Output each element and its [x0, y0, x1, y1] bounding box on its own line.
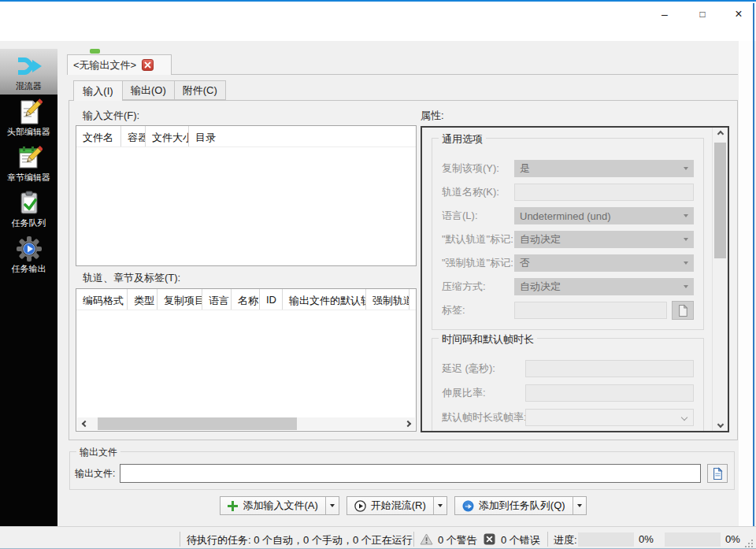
chevron-right-icon [404, 421, 410, 427]
scroll-down-button[interactable] [713, 417, 728, 429]
column-header-directory[interactable]: 目录 [189, 126, 417, 147]
progress-bar-current [578, 532, 634, 547]
header-editor-icon [16, 98, 43, 125]
track-name-field[interactable] [514, 184, 694, 201]
close-button[interactable]: × [726, 5, 751, 24]
column-header-default-track[interactable]: 输出文件的默认轨道 [283, 289, 366, 310]
select-value: 自动决定 [520, 232, 561, 247]
column-header-language[interactable]: 语言 [202, 289, 232, 310]
column-header-name[interactable]: 名称 [232, 289, 260, 310]
resize-grip[interactable] [743, 538, 754, 548]
property-row: 语言(L): Undetermined (und) [442, 206, 694, 225]
output-file-browse-button[interactable] [707, 464, 728, 483]
progress-label: 进度: [554, 533, 577, 547]
output-file-row: 输出文件: [75, 464, 728, 483]
minimize-button[interactable]: – [652, 5, 677, 24]
input-files-label: 输入文件(F): [83, 109, 139, 123]
select-value: 是 [520, 161, 530, 176]
chevron-down-icon [681, 414, 687, 421]
add-to-job-queue-button[interactable]: 添加到任务队列(Q) [454, 496, 587, 515]
properties-vertical-scrollbar[interactable] [712, 128, 728, 431]
error-icon [484, 533, 495, 545]
sidebar-item-job-queue[interactable]: 任务队列 [0, 186, 57, 232]
sidebar-item-label: 混流器 [0, 80, 57, 92]
delay-field[interactable] [525, 360, 694, 377]
sidebar-item-header-editor[interactable]: 头部编辑器 [0, 95, 57, 140]
compression-select[interactable]: 自动决定 [514, 278, 694, 295]
tab-output[interactable]: 输出(O) [123, 80, 175, 100]
dropdown-arrow-icon [684, 262, 688, 265]
default-duration-combobox[interactable] [525, 409, 694, 426]
add-source-files-button[interactable]: 添加输入文件(A) [220, 496, 339, 515]
default-track-flag-select[interactable]: 自动决定 [514, 231, 694, 248]
column-header-id[interactable]: ID [260, 289, 283, 310]
tab-input[interactable]: 输入(I) [73, 80, 123, 101]
plus-icon [228, 501, 238, 511]
column-header-filesize[interactable]: 文件大小 [146, 126, 189, 147]
file-page-icon [677, 304, 688, 317]
tab-overflow-indicator [90, 49, 100, 54]
field-label: "默认轨道"标记: [442, 232, 514, 247]
tracks-horizontal-scrollbar[interactable] [77, 417, 415, 430]
sidebar-item-job-output[interactable]: 任务输出 [0, 232, 57, 277]
stretch-ratio-field[interactable] [525, 384, 694, 402]
document-tab-no-output-file[interactable]: <无输出文件> [67, 54, 172, 75]
tracks-table[interactable]: 编码格式 类型 复制项目 语言 名称 ID 输出文件的默认轨道 强制轨道 字 [76, 288, 417, 432]
copy-item-select[interactable]: 是 [514, 160, 694, 177]
pending-jobs-status: 待执行的任务: 0 个自动，0 个手动，0 个正在运行 [187, 533, 413, 547]
property-row: 复制该项(Y): 是 [442, 159, 694, 178]
tab-attachments[interactable]: 附件(C) [175, 80, 226, 100]
start-multiplexing-button[interactable]: 开始混流(R) [346, 496, 447, 515]
scrollbar-track[interactable] [90, 417, 402, 430]
sidebar-item-label: 章节编辑器 [0, 172, 57, 184]
start-multiplexing-dropdown[interactable] [433, 497, 447, 514]
title-bar: – □ × [0, 2, 756, 25]
dropdown-arrow-icon [684, 238, 688, 241]
column-header-copy-item[interactable]: 复制项目 [158, 289, 202, 310]
tab-close-button[interactable] [142, 59, 154, 71]
select-value: 否 [520, 256, 530, 270]
forced-track-flag-select[interactable]: 否 [514, 254, 694, 272]
output-file-group: 输出文件 输出文件: [69, 451, 735, 490]
output-file-input[interactable] [120, 464, 701, 483]
group-title: 输出文件 [76, 446, 120, 459]
scroll-right-button[interactable] [402, 417, 415, 430]
add-source-files-dropdown[interactable] [325, 497, 339, 514]
tags-field[interactable] [514, 302, 667, 319]
column-header-codec[interactable]: 编码格式 [76, 289, 128, 310]
status-bar: 待执行的任务: 0 个自动，0 个手动，0 个正在运行 0 个警告 0 个错误 … [0, 526, 756, 549]
sidebar-item-multiplexer[interactable]: 混流器 [0, 49, 57, 95]
add-to-job-queue-dropdown[interactable] [573, 497, 586, 514]
scroll-up-button[interactable] [713, 129, 728, 142]
scrollbar-thumb[interactable] [714, 143, 726, 258]
column-header-clipped[interactable]: 字 [410, 289, 417, 310]
tags-browse-button[interactable] [672, 301, 694, 320]
errors-count: 0 个错误 [501, 533, 540, 547]
column-header-forced-track[interactable]: 强制轨道 [366, 289, 410, 310]
input-files-table[interactable]: 文件名 容器 文件大小 目录 [76, 125, 417, 266]
merge-icon [16, 53, 43, 80]
maximize-button[interactable]: □ [690, 5, 715, 24]
select-value: Undetermined (und) [520, 210, 611, 222]
column-header-type[interactable]: 类型 [128, 289, 158, 310]
column-header-filename[interactable]: 文件名 [76, 126, 121, 147]
progress-percent-total: 0% [725, 533, 740, 545]
property-row: "强制轨道"标记: 否 [442, 254, 694, 273]
language-select[interactable]: Undetermined (und) [514, 207, 694, 224]
input-files-table-header: 文件名 容器 文件大小 目录 [76, 126, 416, 147]
column-header-container[interactable]: 容器 [121, 126, 146, 147]
statusbar-separator [413, 532, 414, 547]
sidebar-item-chapter-editor[interactable]: 章节编辑器 [0, 140, 57, 186]
tool-sidebar: 混流器 头部编辑器 [0, 49, 57, 527]
scroll-left-button[interactable] [77, 417, 90, 430]
group-title: 时间码和默认帧时长 [439, 332, 537, 347]
field-label: 轨道名称(K): [442, 185, 514, 199]
property-row: 伸展比率: [442, 384, 694, 402]
warning-icon [420, 533, 433, 545]
input-tab-page: 输入文件(F): 文件名 容器 文件大小 目录 轨道、章节及标签(T): 编码格… [69, 100, 738, 440]
property-row: 压缩方式: 自动决定 [442, 277, 694, 296]
job-queue-icon [16, 190, 43, 217]
scrollbar-thumb[interactable] [98, 417, 297, 430]
tracks-table-header: 编码格式 类型 复制项目 语言 名称 ID 输出文件的默认轨道 强制轨道 字 [76, 289, 416, 310]
queue-arrow-icon [462, 500, 474, 512]
